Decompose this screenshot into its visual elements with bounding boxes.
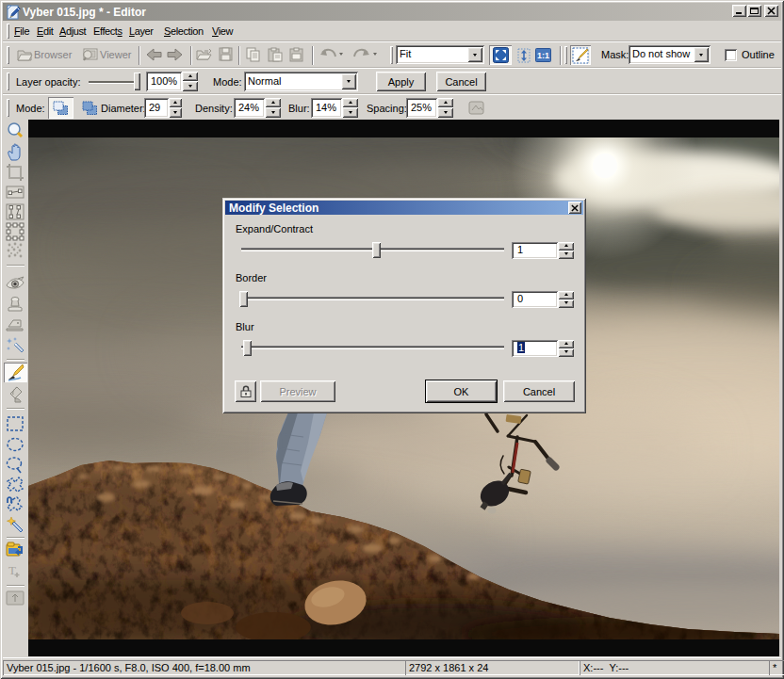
svg-text:1:1: 1:1	[537, 51, 549, 60]
